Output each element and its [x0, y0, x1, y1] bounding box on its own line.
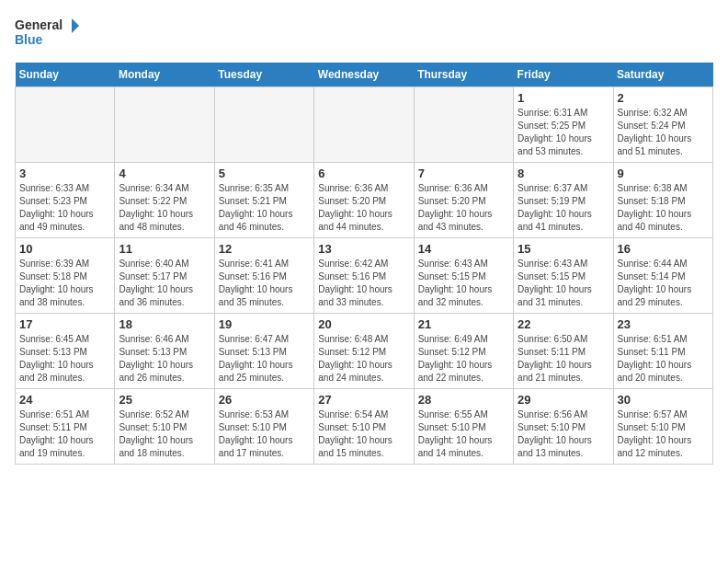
- calendar-cell: 28Sunrise: 6:55 AM Sunset: 5:10 PM Dayli…: [414, 389, 513, 465]
- day-info: Sunrise: 6:46 AM Sunset: 5:13 PM Dayligh…: [119, 333, 210, 385]
- calendar-cell: 18Sunrise: 6:46 AM Sunset: 5:13 PM Dayli…: [115, 314, 214, 389]
- calendar-cell: 3Sunrise: 6:33 AM Sunset: 5:23 PM Daylig…: [16, 163, 115, 238]
- day-info: Sunrise: 6:56 AM Sunset: 5:10 PM Dayligh…: [518, 408, 609, 460]
- day-number: 25: [119, 393, 210, 407]
- svg-text:Blue: Blue: [15, 32, 43, 47]
- day-number: 23: [618, 317, 709, 331]
- svg-text:General: General: [15, 17, 63, 32]
- calendar-cell: 22Sunrise: 6:50 AM Sunset: 5:11 PM Dayli…: [514, 314, 613, 389]
- day-info: Sunrise: 6:50 AM Sunset: 5:11 PM Dayligh…: [518, 333, 609, 385]
- calendar-cell: 23Sunrise: 6:51 AM Sunset: 5:11 PM Dayli…: [613, 314, 712, 389]
- day-info: Sunrise: 6:54 AM Sunset: 5:10 PM Dayligh…: [318, 408, 409, 460]
- logo: General Blue: [15, 15, 79, 52]
- day-number: 13: [318, 242, 409, 256]
- day-info: Sunrise: 6:53 AM Sunset: 5:10 PM Dayligh…: [219, 408, 310, 460]
- calendar-cell: [115, 87, 214, 163]
- day-info: Sunrise: 6:49 AM Sunset: 5:12 PM Dayligh…: [418, 333, 509, 385]
- logo-svg: General Blue: [15, 15, 79, 52]
- calendar-cell: 11Sunrise: 6:40 AM Sunset: 5:17 PM Dayli…: [115, 238, 214, 314]
- day-number: 14: [418, 242, 509, 256]
- weekday-header: Monday: [115, 63, 214, 87]
- day-number: 17: [19, 317, 110, 331]
- day-number: 28: [418, 393, 509, 407]
- day-info: Sunrise: 6:42 AM Sunset: 5:16 PM Dayligh…: [318, 258, 409, 309]
- calendar-cell: 2Sunrise: 6:32 AM Sunset: 5:24 PM Daylig…: [613, 87, 712, 163]
- day-number: 27: [318, 393, 409, 407]
- calendar-cell: 12Sunrise: 6:41 AM Sunset: 5:16 PM Dayli…: [214, 238, 313, 314]
- day-number: 21: [418, 317, 509, 331]
- day-number: 15: [518, 242, 609, 256]
- calendar-cell: 5Sunrise: 6:35 AM Sunset: 5:21 PM Daylig…: [214, 163, 313, 238]
- calendar-cell: 16Sunrise: 6:44 AM Sunset: 5:14 PM Dayli…: [613, 238, 712, 314]
- calendar-cell: 13Sunrise: 6:42 AM Sunset: 5:16 PM Dayli…: [314, 238, 414, 314]
- calendar-week-row: 1Sunrise: 6:31 AM Sunset: 5:25 PM Daylig…: [16, 87, 713, 163]
- calendar-cell: [214, 87, 313, 163]
- calendar-cell: 1Sunrise: 6:31 AM Sunset: 5:25 PM Daylig…: [514, 87, 613, 163]
- day-info: Sunrise: 6:52 AM Sunset: 5:10 PM Dayligh…: [119, 408, 210, 460]
- day-info: Sunrise: 6:57 AM Sunset: 5:10 PM Dayligh…: [618, 408, 709, 460]
- calendar-cell: 7Sunrise: 6:36 AM Sunset: 5:20 PM Daylig…: [414, 163, 513, 238]
- day-number: 19: [219, 317, 310, 331]
- calendar-cell: 8Sunrise: 6:37 AM Sunset: 5:19 PM Daylig…: [514, 163, 613, 238]
- day-info: Sunrise: 6:35 AM Sunset: 5:21 PM Dayligh…: [219, 182, 310, 234]
- calendar-cell: 30Sunrise: 6:57 AM Sunset: 5:10 PM Dayli…: [613, 389, 712, 465]
- svg-marker-1: [72, 18, 79, 33]
- calendar-header: SundayMondayTuesdayWednesdayThursdayFrid…: [16, 63, 713, 87]
- calendar-week-row: 17Sunrise: 6:45 AM Sunset: 5:13 PM Dayli…: [16, 314, 713, 389]
- weekday-header: Wednesday: [314, 63, 414, 87]
- day-number: 12: [219, 242, 310, 256]
- calendar-cell: [16, 87, 115, 163]
- calendar-cell: [314, 87, 414, 163]
- weekday-header: Saturday: [613, 63, 712, 87]
- weekday-header: Sunday: [16, 63, 115, 87]
- day-info: Sunrise: 6:39 AM Sunset: 5:18 PM Dayligh…: [19, 258, 110, 309]
- calendar-cell: 19Sunrise: 6:47 AM Sunset: 5:13 PM Dayli…: [214, 314, 313, 389]
- calendar-cell: 24Sunrise: 6:51 AM Sunset: 5:11 PM Dayli…: [16, 389, 115, 465]
- day-number: 2: [618, 91, 709, 105]
- day-info: Sunrise: 6:48 AM Sunset: 5:12 PM Dayligh…: [318, 333, 409, 385]
- day-info: Sunrise: 6:40 AM Sunset: 5:17 PM Dayligh…: [119, 258, 210, 309]
- calendar-cell: 9Sunrise: 6:38 AM Sunset: 5:18 PM Daylig…: [613, 163, 712, 238]
- day-info: Sunrise: 6:44 AM Sunset: 5:14 PM Dayligh…: [618, 258, 709, 309]
- day-number: 1: [518, 91, 609, 105]
- day-number: 11: [119, 242, 210, 256]
- day-number: 20: [318, 317, 409, 331]
- calendar-week-row: 10Sunrise: 6:39 AM Sunset: 5:18 PM Dayli…: [16, 238, 713, 314]
- weekday-header: Thursday: [414, 63, 513, 87]
- day-number: 24: [19, 393, 110, 407]
- day-number: 16: [618, 242, 709, 256]
- day-info: Sunrise: 6:36 AM Sunset: 5:20 PM Dayligh…: [318, 182, 409, 234]
- calendar-week-row: 24Sunrise: 6:51 AM Sunset: 5:11 PM Dayli…: [16, 389, 713, 465]
- calendar-table: SundayMondayTuesdayWednesdayThursdayFrid…: [15, 63, 713, 465]
- day-info: Sunrise: 6:31 AM Sunset: 5:25 PM Dayligh…: [518, 107, 609, 158]
- calendar-cell: 26Sunrise: 6:53 AM Sunset: 5:10 PM Dayli…: [214, 389, 313, 465]
- day-number: 9: [618, 167, 709, 180]
- calendar-cell: 27Sunrise: 6:54 AM Sunset: 5:10 PM Dayli…: [314, 389, 414, 465]
- calendar-cell: 20Sunrise: 6:48 AM Sunset: 5:12 PM Dayli…: [314, 314, 414, 389]
- day-number: 26: [219, 393, 310, 407]
- day-info: Sunrise: 6:51 AM Sunset: 5:11 PM Dayligh…: [19, 408, 110, 460]
- day-info: Sunrise: 6:55 AM Sunset: 5:10 PM Dayligh…: [418, 408, 509, 460]
- day-info: Sunrise: 6:32 AM Sunset: 5:24 PM Dayligh…: [618, 107, 709, 158]
- day-number: 10: [19, 242, 110, 256]
- day-number: 5: [219, 167, 310, 180]
- day-number: 7: [418, 167, 509, 180]
- weekday-row: SundayMondayTuesdayWednesdayThursdayFrid…: [16, 63, 713, 87]
- day-number: 3: [19, 167, 110, 180]
- day-info: Sunrise: 6:41 AM Sunset: 5:16 PM Dayligh…: [219, 258, 310, 309]
- calendar-cell: 10Sunrise: 6:39 AM Sunset: 5:18 PM Dayli…: [16, 238, 115, 314]
- day-info: Sunrise: 6:37 AM Sunset: 5:19 PM Dayligh…: [518, 182, 609, 234]
- day-number: 4: [119, 167, 210, 180]
- calendar-cell: 14Sunrise: 6:43 AM Sunset: 5:15 PM Dayli…: [414, 238, 513, 314]
- day-info: Sunrise: 6:47 AM Sunset: 5:13 PM Dayligh…: [219, 333, 310, 385]
- calendar-cell: [414, 87, 513, 163]
- day-info: Sunrise: 6:36 AM Sunset: 5:20 PM Dayligh…: [418, 182, 509, 234]
- day-info: Sunrise: 6:43 AM Sunset: 5:15 PM Dayligh…: [418, 258, 509, 309]
- day-info: Sunrise: 6:38 AM Sunset: 5:18 PM Dayligh…: [618, 182, 709, 234]
- day-info: Sunrise: 6:34 AM Sunset: 5:22 PM Dayligh…: [119, 182, 210, 234]
- calendar-cell: 29Sunrise: 6:56 AM Sunset: 5:10 PM Dayli…: [514, 389, 613, 465]
- calendar-cell: 21Sunrise: 6:49 AM Sunset: 5:12 PM Dayli…: [414, 314, 513, 389]
- calendar-cell: 15Sunrise: 6:43 AM Sunset: 5:15 PM Dayli…: [514, 238, 613, 314]
- day-info: Sunrise: 6:45 AM Sunset: 5:13 PM Dayligh…: [19, 333, 110, 385]
- day-number: 29: [518, 393, 609, 407]
